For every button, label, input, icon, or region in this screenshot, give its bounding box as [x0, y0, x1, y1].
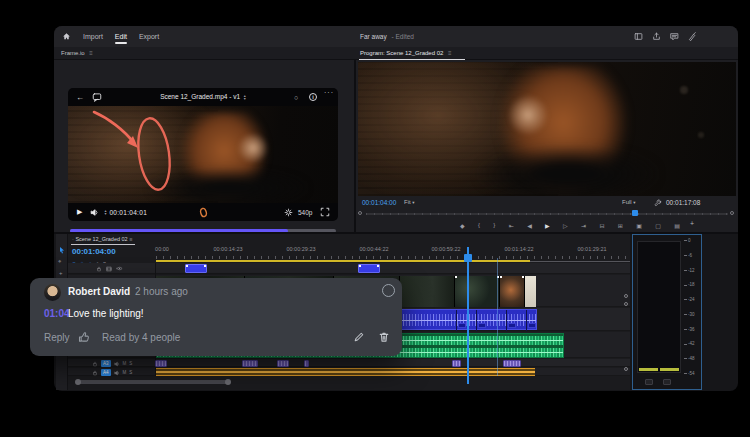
audio-clip-purple[interactable] [503, 360, 521, 367]
program-timecode[interactable]: 00:01:04:00 [362, 199, 396, 206]
more-menu-icon[interactable]: ··· [324, 89, 334, 96]
meter-channel-button[interactable] [645, 379, 653, 385]
meter-scale-label: -48 [684, 356, 700, 361]
go-to-in-button[interactable]: ⇤ [509, 222, 514, 229]
go-to-out-button[interactable]: ⇥ [581, 222, 586, 229]
audio-clip-purple[interactable] [242, 360, 258, 367]
play-button[interactable]: ▶ [77, 208, 82, 216]
step-forward-button[interactable]: ▷ [563, 222, 568, 229]
quality-selector[interactable]: 540p [298, 209, 312, 216]
lock-icon[interactable] [92, 361, 98, 367]
fullscreen-icon[interactable] [320, 207, 330, 217]
scrub-end-handle[interactable] [358, 211, 362, 215]
meter-channel-button[interactable] [663, 379, 671, 385]
scrub-end-handle[interactable] [730, 211, 734, 215]
share-icon[interactable] [652, 32, 661, 41]
track-name-a4[interactable]: A4 [101, 369, 111, 376]
program-scrub-bar[interactable] [366, 213, 728, 215]
home-icon[interactable] [62, 32, 71, 41]
mute-button[interactable]: M [123, 370, 127, 375]
program-playhead-handle[interactable] [632, 210, 638, 216]
annotation-indicator-icon[interactable] [198, 207, 209, 218]
menu-item-export[interactable]: Export [139, 33, 159, 40]
add-button[interactable]: + [690, 220, 694, 227]
edit-comment-icon[interactable] [353, 331, 365, 343]
multicam-button[interactable]: ▤ [674, 222, 680, 229]
fit-dropdown[interactable]: Fit ▾ [404, 199, 415, 205]
track-resize-dot[interactable] [624, 367, 628, 371]
selection-tool-icon[interactable] [58, 246, 66, 254]
tab-program[interactable]: Program: Scene 12_Graded 02 ≡ [360, 50, 452, 56]
scrollbar-handle-left[interactable] [75, 379, 81, 385]
comparison-view-button[interactable]: ▢ [655, 222, 661, 229]
audio-clip-purple[interactable] [304, 360, 309, 367]
mark-complete-circle[interactable] [382, 284, 395, 297]
player-timecode[interactable]: 00:01:04:01 [109, 209, 147, 216]
program-scrub-area[interactable] [356, 210, 738, 218]
clip-title[interactable]: Scene 12_Graded.mp4 - v1 ▴▾ [160, 93, 246, 101]
player-settings-gear-icon[interactable] [284, 208, 293, 217]
extract-button[interactable]: ⊞ [618, 222, 623, 229]
commenter-avatar[interactable] [44, 284, 61, 301]
version-stepper-icon[interactable]: ▴▾ [244, 94, 246, 101]
workspace-icon[interactable] [634, 32, 643, 41]
add-marker-button[interactable]: ◆ [460, 222, 465, 229]
like-thumb-icon[interactable] [78, 331, 90, 343]
lock-icon[interactable] [96, 266, 102, 272]
program-panel-menu-icon[interactable]: ≡ [448, 50, 452, 56]
timeline-clip-blue[interactable] [358, 264, 380, 273]
audio-clip-purple[interactable] [277, 360, 289, 367]
pen-tool-icon[interactable] [688, 32, 697, 41]
back-icon[interactable]: ← [76, 93, 84, 102]
timecode-stepper-icon[interactable]: ▴▾ [104, 209, 106, 216]
timeline-panel-menu-icon[interactable]: ≡ [129, 236, 132, 242]
panel-menu-icon[interactable]: ≡ [89, 50, 93, 56]
timeline-scrollbar[interactable] [78, 380, 228, 384]
a4-track-header: A4 M S [92, 369, 132, 376]
play-stop-button[interactable]: ▶ [545, 222, 550, 229]
delete-comment-icon[interactable] [378, 331, 390, 343]
mark-in-button[interactable]: { [478, 222, 480, 228]
eye-icon[interactable] [116, 265, 123, 272]
settings-wrench-icon[interactable] [654, 199, 662, 207]
comment-bubble-icon[interactable] [92, 92, 102, 102]
comments-panel-icon[interactable] [670, 32, 679, 41]
track-select-tool-icon[interactable]: ⌖ [58, 258, 61, 265]
work-area-bar[interactable] [156, 260, 530, 262]
comment-time-link[interactable]: 01:04 [44, 308, 70, 319]
timeline-tab-underline [71, 244, 135, 245]
volume-icon[interactable] [90, 208, 99, 217]
timeline-timecode[interactable]: 00:01:04:00 [72, 247, 116, 256]
frameio-panel: ← Scene 12_Graded.mp4 - v1 ▴▾ ○ i ··· [54, 60, 354, 232]
timeline-tab[interactable]: · Scene 12_Graded 02 ≡ [72, 236, 132, 242]
timeline-clip-blue[interactable] [185, 264, 207, 273]
menu-item-edit[interactable]: Edit [115, 33, 127, 40]
program-info-row: 00:01:04:00 Fit ▾ Full ▾ 00:01:17:08 [356, 196, 738, 209]
audio-clip-orange[interactable] [156, 368, 535, 376]
step-back-button[interactable]: ◀ [527, 222, 532, 229]
audio-clip-purple[interactable] [155, 360, 167, 367]
lock-icon[interactable] [92, 370, 98, 376]
track-name-a3[interactable]: A3 [101, 360, 111, 367]
info-icon[interactable]: i [309, 93, 317, 101]
track-resize-dot[interactable] [624, 294, 628, 298]
solo-button[interactable]: S [129, 370, 132, 375]
timeline-ruler[interactable]: 00:00 00:00:14:23 00:00:29:23 00:00:44:2… [156, 245, 630, 262]
playhead[interactable] [467, 247, 469, 384]
scrollbar-handle-right[interactable] [225, 379, 231, 385]
menu-item-import[interactable]: Import [83, 33, 103, 40]
resolution-dropdown[interactable]: Full ▾ [622, 199, 636, 205]
mute-button[interactable]: M [123, 361, 127, 366]
ripple-edit-tool-icon[interactable]: + [59, 270, 63, 276]
mark-out-button[interactable]: } [493, 222, 495, 228]
audio-clip-purple[interactable] [452, 360, 461, 367]
playhead-handle[interactable] [464, 254, 472, 262]
film-thumb-subject [500, 276, 525, 307]
status-circle-icon[interactable]: ○ [294, 94, 298, 101]
export-frame-button[interactable]: ▣ [636, 222, 642, 229]
tab-frameio[interactable]: Frame.io ≡ [61, 50, 93, 56]
lift-button[interactable]: ⊟ [599, 222, 604, 229]
track-resize-dot[interactable] [624, 302, 628, 306]
solo-button[interactable]: S [129, 361, 132, 366]
reply-button[interactable]: Reply [44, 332, 70, 343]
